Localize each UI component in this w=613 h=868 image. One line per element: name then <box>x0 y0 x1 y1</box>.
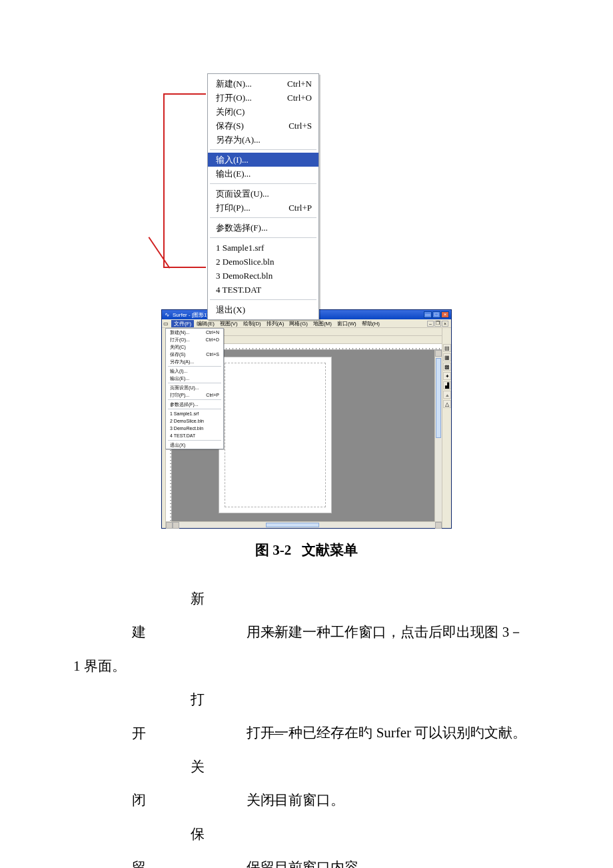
menu-item[interactable]: 新建(N)...Ctrl+N <box>166 329 223 336</box>
file-menu-dropdown-small: 新建(N)...Ctrl+N打开(O)...Ctrl+O关闭(C)保存(S)Ct… <box>165 328 224 449</box>
scrollbar-vertical[interactable] <box>434 350 442 521</box>
sheet-tab[interactable] <box>173 522 179 529</box>
menu-item[interactable]: 关闭(C) <box>208 105 318 119</box>
menu-item-label: 退出(X) <box>170 442 219 448</box>
scrollbar-horizontal[interactable] <box>179 522 435 528</box>
menubar-item[interactable]: 帮助(H) <box>359 320 382 327</box>
mdi-minimize-button[interactable]: – <box>427 321 434 327</box>
menu-item[interactable]: 打印(P)...Ctrl+P <box>208 201 318 215</box>
menu-item-label: 页面设置(U)... <box>170 385 219 391</box>
menu-item[interactable]: 输出(E)... <box>166 375 223 382</box>
definition-line: 关闭—关闭目前窗口。 <box>73 750 540 817</box>
palette-3d-button[interactable]: △ <box>443 400 451 408</box>
menu-item[interactable]: 4 TEST.DAT <box>208 283 318 297</box>
menu-item-label: 退出(X) <box>216 304 312 315</box>
menu-item-label: 输出(E)... <box>216 168 312 179</box>
menu-item[interactable]: 打开(O)...Ctrl+O <box>208 91 318 105</box>
figure-title: 文献菜单 <box>302 542 358 558</box>
menu-item[interactable]: 参数选择(F)... <box>166 401 223 408</box>
file-menu-enlarged: 新建(N)...Ctrl+N打开(O)...Ctrl+O关闭(C)保存(S)Ct… <box>163 73 450 300</box>
menu-item[interactable]: 1 Sample1.srf <box>166 410 223 417</box>
menu-item[interactable]: 打开(O)...Ctrl+O <box>166 336 223 343</box>
menubar: ▭ 文件(F)编辑(E)视图(V)绘制(D)排列(A)网格(G)地图(M)窗口(… <box>162 319 451 328</box>
menubar-item[interactable]: 绘制(D) <box>241 320 264 327</box>
page <box>219 357 332 513</box>
definitions-body: 新建—用来新建一种工作窗口，点击后即出现图 3－1 界面。打开—打开一种已经存在… <box>73 582 540 868</box>
palette-image-button[interactable]: ▦ <box>443 353 451 361</box>
menu-item-shortcut: Ctrl+S <box>206 351 219 357</box>
menu-item-label: 打开(O)... <box>216 92 287 103</box>
menu-item-shortcut: Ctrl+S <box>289 120 312 131</box>
menubar-item[interactable]: 排列(A) <box>264 320 287 327</box>
menubar-item[interactable]: 编辑(E) <box>194 320 217 327</box>
menu-item[interactable]: 页面设置(U)... <box>166 384 223 391</box>
menu-item[interactable]: 2 DemoSlice.bln <box>208 255 318 269</box>
menu-item[interactable]: 保存(S)Ctrl+S <box>166 351 223 358</box>
file-menu-dropdown: 新建(N)...Ctrl+N打开(O)...Ctrl+O关闭(C)保存(S)Ct… <box>207 73 319 320</box>
menubar-item[interactable]: 地图(M) <box>310 320 334 327</box>
menu-item[interactable]: 输入(I)... <box>208 153 318 167</box>
menu-item[interactable]: 退出(X) <box>166 441 223 449</box>
palette-vector-button[interactable]: ✦ <box>443 372 451 380</box>
menu-item-label: 参数选择(F)... <box>216 222 312 233</box>
menu-item-label: 关闭(C) <box>170 344 219 350</box>
app-body: 新建(N)...Ctrl+N打开(O)...Ctrl+O关闭(C)保存(S)Ct… <box>162 328 451 528</box>
menu-item-label: 4 TEST.DAT <box>170 433 219 439</box>
menu-item-shortcut: Ctrl+P <box>289 202 312 213</box>
close-button[interactable]: × <box>441 311 449 318</box>
menu-item-shortcut: Ctrl+P <box>206 392 219 398</box>
menu-item[interactable]: 4 TEST.DAT <box>166 432 223 439</box>
menu-item[interactable]: 3 DemoRect.bln <box>208 269 318 283</box>
sheet-tab[interactable] <box>166 522 173 529</box>
menu-item-label: 新建(N)... <box>170 329 206 335</box>
menu-item[interactable]: 2 DemoSlice.bln <box>166 417 223 425</box>
menu-item-label: 打印(P)... <box>170 392 206 398</box>
menubar-item[interactable]: 网格(G) <box>287 320 310 327</box>
menu-item[interactable]: 关闭(C) <box>166 343 223 351</box>
menu-item-label: 新建(N)... <box>216 78 287 89</box>
menu-item[interactable]: 另存为(A)... <box>166 358 223 365</box>
menu-item-label: 2 DemoSlice.bln <box>170 418 219 424</box>
menu-item[interactable]: 退出(X) <box>208 303 318 317</box>
mdi-restore-button[interactable]: ❐ <box>434 321 441 327</box>
palette-surface-button[interactable]: ⟁ <box>443 391 451 399</box>
definition-line: 1 界面。 <box>73 649 540 683</box>
menu-item-label: 4 TEST.DAT <box>216 284 312 295</box>
callout-line <box>163 93 165 267</box>
menu-item[interactable]: 参数选择(F)... <box>208 221 318 235</box>
minimize-button[interactable]: — <box>424 311 432 318</box>
app-icon: ∿ <box>164 311 171 318</box>
palette-contour-button[interactable]: ▤ <box>443 344 451 352</box>
menu-item[interactable]: 1 Sample1.srf <box>208 241 318 255</box>
menu-item-label: 输入(I)... <box>216 154 312 165</box>
menu-item[interactable]: 保存(S)Ctrl+S <box>208 119 318 133</box>
menu-item[interactable]: 输出(E)... <box>208 167 318 181</box>
app-window: ∿ Surfer - [图形1] — □ × ▭ 文件(F)编辑(E)视图(V)… <box>161 309 452 529</box>
menu-item-label: 输入(I)... <box>170 368 219 374</box>
menu-item[interactable]: 新建(N)...Ctrl+N <box>208 77 318 91</box>
menu-item-label: 参数选择(F)... <box>170 401 219 407</box>
doc-icon: ▭ <box>163 321 170 327</box>
scroll-right-button[interactable] <box>435 522 442 529</box>
maximize-button[interactable]: □ <box>432 311 440 318</box>
menu-item[interactable]: 3 DemoRect.bln <box>166 425 223 432</box>
menubar-item[interactable]: 文件(F) <box>171 320 194 327</box>
palette-shaded-button[interactable]: ▩ <box>443 363 451 371</box>
menu-item-shortcut: Ctrl+N <box>287 78 312 89</box>
menu-item[interactable]: 页面设置(U)... <box>208 187 318 201</box>
mdi-close-button[interactable]: × <box>442 321 448 327</box>
menu-item[interactable]: 输入(I)... <box>166 367 223 375</box>
palette-wireframe-button[interactable]: ▟ <box>443 381 451 389</box>
menubar-item[interactable]: 视图(V) <box>217 320 241 327</box>
definition-line: 保留—保留目前窗口内容。 <box>73 817 540 868</box>
menu-item-label: 页面设置(U)... <box>216 188 312 199</box>
callout-line <box>163 93 206 95</box>
menu-item-label: 保存(S) <box>216 120 289 131</box>
menubar-item[interactable]: 窗口(W) <box>334 320 359 327</box>
mdi-child-buttons: – ❐ × <box>427 321 448 327</box>
menu-item-label: 保存(S) <box>170 351 206 357</box>
menu-item[interactable]: 另存为(A)... <box>208 133 318 147</box>
menu-item[interactable]: 打印(P)...Ctrl+P <box>166 391 223 399</box>
menu-item-label: 打开(O)... <box>170 337 206 343</box>
surfer-screenshot: ∿ Surfer - [图形1] — □ × ▭ 文件(F)编辑(E)视图(V)… <box>161 309 452 529</box>
